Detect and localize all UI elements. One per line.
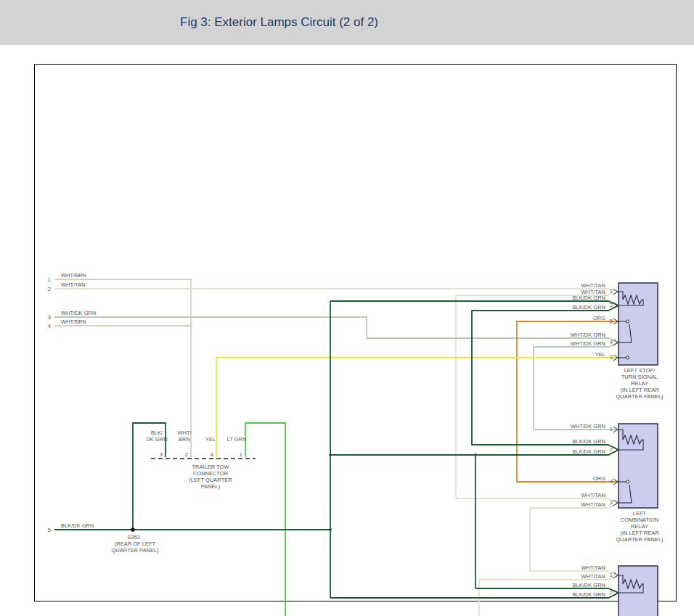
- wire-color-label: BLK/DK GRN: [573, 448, 605, 455]
- wire-color-label: YEL: [595, 351, 605, 358]
- wire-color-label: WHT/TAN: [61, 282, 86, 288]
- junction-dot: [329, 528, 332, 531]
- wire-number: 4: [48, 323, 51, 329]
- wire-color-label: WHT/TAN: [581, 282, 605, 289]
- wire-number: 1: [48, 276, 51, 283]
- relay-pin-number: 1: [610, 572, 613, 578]
- figure-title: Fig 3: Exterior Lamps Circuit (2 of 2): [180, 15, 378, 30]
- wire-number: 3: [48, 314, 51, 321]
- relay-body: [619, 283, 658, 365]
- wire-color-label: ORG: [593, 475, 605, 482]
- relay-caption-line: LEFT: [633, 510, 647, 517]
- wire-color-label: BLK/DK GRN: [61, 522, 94, 529]
- wire-color-label: WHT/BRN: [61, 319, 86, 325]
- relay-caption-line: RELAY: [631, 380, 648, 387]
- connector-caption-line: (LEFT QUARTER: [189, 477, 232, 483]
- connector-pin-number: 2: [185, 451, 188, 458]
- wire-color-label: WHT/TAN: [581, 573, 605, 580]
- connector-caption-line: CONNECTOR: [193, 470, 229, 477]
- relay-caption-line: RELAY: [631, 523, 648, 530]
- wire-color-label: WHT/DK GRN: [571, 340, 605, 347]
- junction-dot: [189, 324, 192, 327]
- relay-contact: [626, 480, 629, 483]
- wire-color-label: WHT/BRN: [61, 272, 86, 279]
- wire-color-label: WHT/TAN: [581, 492, 605, 498]
- relay-caption-line: QUARTER PANEL): [616, 536, 664, 543]
- wire-color-label: BLK/DK GRN: [573, 438, 605, 445]
- wire-color-label: ORG: [593, 315, 605, 321]
- wire-color-label: BLK/DK GRN: [573, 295, 605, 301]
- wire-color-label: WHT/DK GRN: [571, 423, 605, 430]
- wire-color-label: WHT/TAN: [581, 501, 605, 508]
- relay-caption-line: (IN LEFT REAR: [620, 387, 659, 393]
- relay-pin-number: 3: [610, 499, 613, 506]
- connector-wire-label: DK GRN: [146, 436, 167, 443]
- relay-caption-line: COMBINATION: [621, 517, 658, 523]
- connector-pin-number: 1: [240, 451, 242, 458]
- wire-number: 2: [48, 286, 51, 292]
- wire-color-label: WHT/DK GRN: [571, 332, 605, 338]
- wire-color-label: BLK/DK GRN: [573, 591, 605, 598]
- relay-pin-number: 2: [610, 589, 613, 596]
- relay-caption-line: QUARTER PANEL): [616, 393, 664, 400]
- figure-page: Fig 3: Exterior Lamps Circuit (2 of 2): [0, 0, 694, 616]
- relay-caption-line: TURN SIGNAL: [621, 374, 658, 380]
- junction-dot: [474, 453, 477, 456]
- connector-wire-label: WHT/: [177, 430, 192, 436]
- wire-color-label: BLK/DK GRN: [573, 582, 605, 588]
- splice-caption-line: QUARTER PANEL): [111, 547, 159, 554]
- relay-pin-number: 1: [610, 426, 613, 432]
- relay-pin-number: 4: [610, 478, 613, 485]
- wiring-diagram: 1 WHT/BRN 2 WHT/TAN 3 WHT/DK GRN 4 WHT/B…: [0, 0, 694, 616]
- relay-caption-line: LEFT STOP/: [624, 367, 656, 374]
- relay-pin-number: 2: [610, 302, 613, 308]
- wire-number: 5: [48, 527, 51, 533]
- relay-contact: [626, 356, 629, 359]
- connector-pin-number: 3: [160, 451, 163, 458]
- wire-color-label: WHT/DK GRN: [61, 310, 96, 316]
- junction-dot: [329, 453, 332, 456]
- relay-contact: [626, 320, 629, 323]
- wire-color-label: WHT/TAN: [581, 564, 605, 571]
- connector-wire-label: BLK/: [151, 430, 163, 436]
- relay-body: [619, 566, 658, 616]
- splice-name: S353: [127, 534, 140, 541]
- connector-caption-line: PANEL): [201, 483, 221, 490]
- connector-caption-line: TRAILER TOW: [192, 464, 230, 470]
- relay-pin-number: 2: [610, 446, 613, 453]
- splice-dot: [131, 527, 135, 532]
- connector-wire-label: BRN: [179, 436, 190, 443]
- relay-pin-number: 5: [610, 318, 613, 324]
- connector-pin-number: 4: [211, 451, 213, 458]
- figure-title-bar: Fig 3: Exterior Lamps Circuit (2 of 2): [0, 0, 694, 45]
- relay-pin-number: 4: [610, 339, 613, 345]
- connector-wire-label: YEL: [205, 436, 216, 443]
- wire-color-label: BLK/DK GRN: [573, 304, 605, 311]
- connector-wire-label: LT GRN: [227, 436, 247, 443]
- splice-caption-line: (REAR OF LEFT: [115, 541, 156, 547]
- relay-pin-number: 3: [610, 354, 613, 361]
- relay-pin-number: 1: [610, 288, 613, 295]
- relay-caption-line: (IN LEFT REAR: [620, 530, 659, 536]
